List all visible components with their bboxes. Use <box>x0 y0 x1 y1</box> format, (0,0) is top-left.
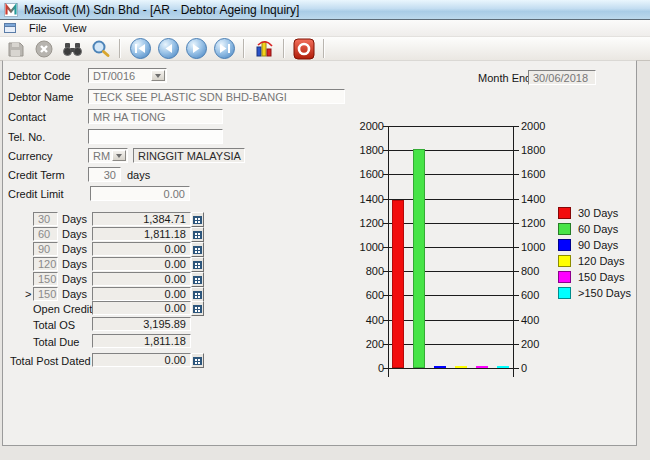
credit-limit-field[interactable]: 0.00 <box>90 186 190 201</box>
credit-limit-label: Credit Limit <box>8 188 64 200</box>
chart-button[interactable] <box>252 38 276 60</box>
total-os-value: 3,195.89 <box>92 317 191 331</box>
ageing-days-label: Days <box>62 228 87 240</box>
legend-item: 90 Days <box>558 238 631 252</box>
legend-label: 150 Days <box>578 271 624 283</box>
ageing-30-detail-button[interactable] <box>191 212 204 227</box>
bar-60days <box>413 149 425 368</box>
ageing-120-detail-button[interactable] <box>191 257 204 272</box>
legend-item: >150 Days <box>558 286 631 300</box>
ageing-bucket-box: 60 <box>33 227 58 241</box>
legend-label: 90 Days <box>578 239 618 251</box>
ageing-bucket-box: 150 <box>33 272 58 286</box>
cancel-button[interactable] <box>32 38 56 60</box>
y-tick-label: 800 <box>521 265 561 277</box>
credit-term-field[interactable]: 30 <box>88 167 121 182</box>
ageing-60-detail-button[interactable] <box>191 227 204 242</box>
grid-icon <box>193 231 202 239</box>
ageing-bucket-box: 30 <box>33 212 58 226</box>
tel-no-field[interactable] <box>88 129 223 144</box>
title-bar: Maxisoft (M) Sdn Bhd - [AR - Debtor Agei… <box>0 0 650 20</box>
ageing-over150-value: 0.00 <box>92 287 191 301</box>
ageing-days-label: Days <box>62 258 87 270</box>
y-tick-label: 400 <box>521 314 561 326</box>
chevron-down-icon <box>155 74 161 78</box>
total-due-label: Total Due <box>33 336 79 348</box>
last-record-button[interactable] <box>212 38 236 60</box>
total-post-dated-detail-button[interactable] <box>191 353 204 368</box>
greater-than-sign: > <box>25 288 31 300</box>
ageing-60-value: 1,811.18 <box>92 227 191 241</box>
ageing-bar-chart: 0200400600800100012001400160018002000 02… <box>358 120 650 392</box>
contact-field[interactable]: MR HA TIONG <box>88 109 223 124</box>
grid-icon <box>193 261 202 269</box>
grid-icon <box>193 291 202 299</box>
y-tick-label: 1400 <box>521 193 561 205</box>
legend-swatch <box>558 239 571 251</box>
grid-icon <box>193 357 202 365</box>
currency-combo[interactable]: RM <box>88 148 128 163</box>
open-credit-detail-button[interactable] <box>191 301 204 316</box>
bar-120days <box>455 366 467 368</box>
total-os-label: Total OS <box>33 319 75 331</box>
y-tick-label: 1800 <box>521 144 561 156</box>
currency-value: RM <box>93 150 110 162</box>
bar-90days <box>434 366 446 368</box>
debtor-code-label: Debtor Code <box>8 70 70 82</box>
debtor-code-dropdown-button[interactable] <box>151 70 165 81</box>
ageing-over150-detail-button[interactable] <box>191 287 204 302</box>
credit-term-label: Credit Term <box>8 169 65 181</box>
app-logo-icon <box>4 3 18 17</box>
y-tick-label: 2000 <box>358 120 384 132</box>
ageing-30-value: 1,384.71 <box>92 212 191 226</box>
ageing-90-detail-button[interactable] <box>191 242 204 257</box>
credit-term-days-label: days <box>127 169 150 181</box>
ageing-150-detail-button[interactable] <box>191 272 204 287</box>
currency-dropdown-button[interactable] <box>112 150 126 161</box>
debtor-code-combo[interactable]: DT/0016 <box>88 68 167 83</box>
toolbar-separator <box>323 39 325 58</box>
open-credit-label: Open Credit <box>33 303 92 315</box>
legend-swatch <box>558 287 571 299</box>
legend-swatch <box>558 223 571 235</box>
total-post-dated-label: Total Post Dated <box>10 355 91 367</box>
total-due-value: 1,811.18 <box>92 334 191 348</box>
ageing-bucket-box: 90 <box>33 242 58 256</box>
y-tick-label: 1200 <box>521 217 561 229</box>
toolbar-separator <box>283 39 285 58</box>
y-axis-right <box>513 126 514 377</box>
y-tick-label: 800 <box>358 265 384 277</box>
toolbar-separator <box>243 39 245 58</box>
y-tick-label: 1600 <box>358 168 384 180</box>
exit-button[interactable] <box>292 38 316 60</box>
y-tick-label: 400 <box>358 314 384 326</box>
y-tick-label: 1000 <box>358 241 384 253</box>
find-binoculars-icon[interactable] <box>60 38 84 60</box>
debtor-name-label: Debtor Name <box>8 91 73 103</box>
debtor-code-value: DT/0016 <box>93 70 135 82</box>
y-tick-label: 2000 <box>521 120 561 132</box>
legend-label: 60 Days <box>578 223 618 235</box>
open-credit-value: 0.00 <box>92 301 191 315</box>
ageing-days-label: Days <box>62 213 87 225</box>
grid-icon <box>193 246 202 254</box>
toolbar <box>0 37 650 61</box>
next-record-button[interactable] <box>184 38 208 60</box>
debtor-name-field[interactable]: TECK SEE PLASTIC SDN BHD-BANGI <box>88 89 345 104</box>
total-post-dated-value: 0.00 <box>92 353 191 367</box>
document-icon[interactable] <box>4 22 17 34</box>
first-record-button[interactable] <box>128 38 152 60</box>
chart-bars <box>388 126 513 368</box>
ageing-days-label: Days <box>62 288 87 300</box>
menu-file[interactable]: File <box>21 21 55 35</box>
save-button[interactable] <box>4 38 28 60</box>
bar-30days <box>392 200 404 368</box>
currency-name-field: RINGGIT MALAYSIA <box>133 148 245 163</box>
menu-view[interactable]: View <box>55 21 95 35</box>
ageing-90-value: 0.00 <box>92 242 191 256</box>
zoom-magnifier-icon[interactable] <box>88 38 112 60</box>
previous-record-button[interactable] <box>156 38 180 60</box>
ageing-days-label: Days <box>62 243 87 255</box>
y-tick-label: 600 <box>521 289 561 301</box>
month-ended-field[interactable]: 30/06/2018 <box>528 70 596 85</box>
